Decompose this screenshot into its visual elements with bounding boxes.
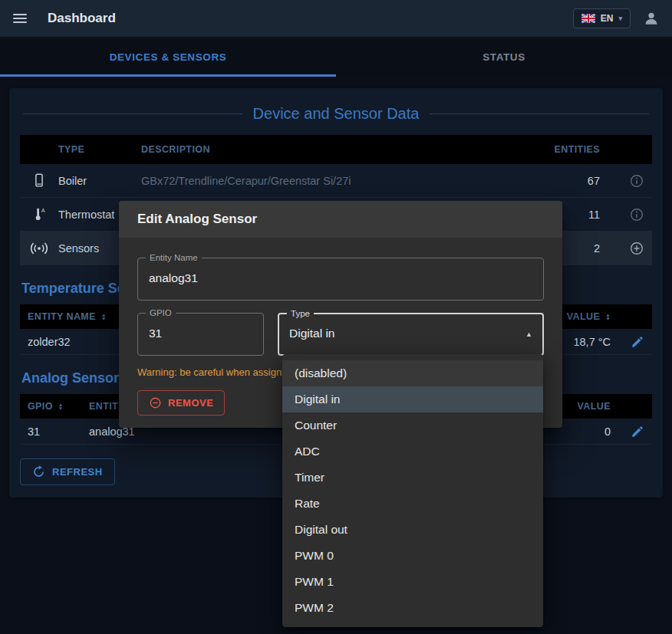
caret-down-icon: ▾	[618, 15, 622, 22]
gpio-value: 31	[138, 314, 263, 340]
menu-button[interactable]	[9, 11, 31, 26]
device-type: Boiler	[58, 175, 141, 187]
type-value: Digital in	[279, 314, 542, 340]
remove-button[interactable]: REMOVE	[137, 390, 225, 416]
table-row-boiler[interactable]: Boiler GBx72/Trendline/Cerapur/Greenstar…	[20, 164, 652, 198]
menu-option-rate[interactable]: Rate	[282, 491, 543, 517]
svg-text:A: A	[41, 207, 45, 214]
gpio-field[interactable]: GPIO 31	[137, 313, 264, 356]
card-title-row: Device and Sensor Data	[23, 105, 649, 123]
menu-option-pwm-2[interactable]: PWM 2	[282, 595, 543, 621]
menu-option-digital-out[interactable]: Digital out	[282, 517, 543, 543]
app-bar: Dashboard EN ▾	[0, 0, 672, 37]
field-row: GPIO 31 Type Digital in ▲	[137, 313, 544, 356]
tab-status[interactable]: STATUS	[336, 37, 672, 77]
sensors-icon	[20, 241, 58, 256]
menu-option-digital-in[interactable]: Digital in	[282, 386, 543, 412]
uk-flag-icon	[581, 14, 595, 23]
menu-option-timer[interactable]: Timer	[282, 465, 543, 491]
thermostat-icon: A	[20, 206, 58, 223]
menu-option-disabled[interactable]: (disabled)	[282, 360, 543, 386]
type-dropdown-menu: (disabled) Digital in Counter ADC Timer …	[282, 354, 543, 627]
account-button[interactable]	[640, 7, 663, 30]
app-title: Dashboard	[48, 11, 116, 26]
language-label: EN	[601, 13, 614, 24]
caret-up-icon: ▲	[525, 330, 532, 338]
device-entities: 67	[525, 175, 611, 187]
edit-pencil-icon	[631, 335, 644, 349]
remove-circle-icon	[149, 396, 162, 409]
sort-icon: ▲▼	[101, 313, 107, 321]
devices-table-header: TYPE DESCRIPTION ENTITIES	[20, 135, 652, 164]
gpio-label: GPIO	[146, 308, 176, 317]
add-circle-icon	[629, 241, 644, 256]
device-description: GBx72/Trendline/Cerapur/Greenstar Si/27i	[141, 175, 525, 187]
menu-option-adc[interactable]: ADC	[282, 439, 543, 465]
page-title: Device and Sensor Data	[253, 105, 420, 123]
boiler-icon	[20, 172, 58, 189]
header-gpio[interactable]: GPIO ▲▼	[20, 401, 89, 412]
dialog-title: Edit Analog Sensor	[119, 201, 562, 238]
header-entities: ENTITIES	[525, 144, 611, 155]
header-description: DESCRIPTION	[141, 144, 525, 155]
refresh-button[interactable]: REFRESH	[20, 458, 115, 485]
title-divider-left	[23, 113, 242, 114]
add-sensor-button[interactable]	[626, 238, 647, 259]
info-icon	[629, 173, 644, 189]
type-label: Type	[287, 309, 314, 318]
title-divider-right	[430, 113, 649, 114]
active-tab-indicator	[0, 74, 336, 77]
entity-name-value: analog31	[138, 258, 543, 285]
edit-button[interactable]	[628, 332, 647, 352]
tab-devices-sensors[interactable]: DEVICES & SENSORS	[0, 37, 336, 77]
menu-option-counter[interactable]: Counter	[282, 412, 543, 439]
info-button[interactable]	[626, 170, 647, 192]
sensor-gpio: 31	[20, 425, 89, 438]
sort-icon: ▲▼	[605, 313, 611, 321]
header-type: TYPE	[58, 144, 141, 155]
menu-option-pwm-0[interactable]: PWM 0	[282, 543, 543, 569]
entity-name-label: Entity Name	[146, 253, 202, 262]
tab-bar: DEVICES & SENSORS STATUS	[0, 37, 672, 77]
menu-option-pwm-1[interactable]: PWM 1	[282, 569, 543, 595]
sort-icon: ▲▼	[58, 402, 64, 411]
account-icon	[643, 10, 660, 27]
menu-icon	[13, 14, 27, 15]
refresh-icon	[32, 465, 45, 478]
language-selector[interactable]: EN ▾	[573, 8, 631, 28]
entity-name-field[interactable]: Entity Name analog31	[137, 258, 544, 301]
info-button[interactable]	[626, 204, 647, 225]
type-select[interactable]: Type Digital in ▲	[278, 313, 544, 356]
edit-pencil-icon	[631, 425, 644, 439]
info-icon	[629, 207, 644, 222]
edit-button[interactable]	[628, 422, 647, 442]
